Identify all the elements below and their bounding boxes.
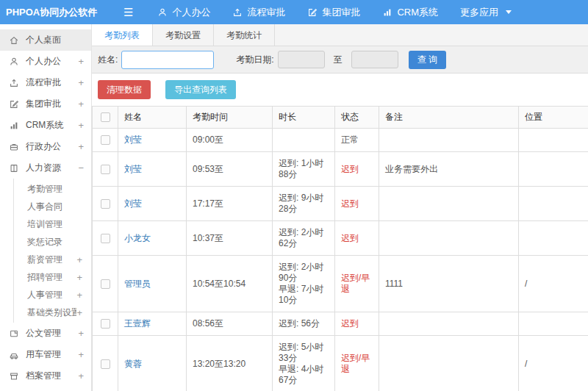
tab-attendance-settings[interactable]: 考勤设置 (153, 24, 214, 46)
row-checkbox[interactable] (101, 165, 110, 174)
caret-down-icon (506, 10, 512, 14)
sidebar-subitem-personnel-management[interactable]: 人事管理+ (14, 286, 91, 304)
sidebar-subitem-label: 薪资管理 (27, 254, 76, 266)
sidebar-item-personal-office[interactable]: 个人办公+ (0, 51, 91, 72)
sidebar-subitem-attendance-management[interactable]: 考勤管理 (14, 180, 91, 198)
sidebar-item-group-approval[interactable]: 集团审批+ (0, 93, 91, 115)
remark-cell (379, 187, 519, 221)
employee-name-link[interactable]: 王壹辉 (124, 318, 151, 329)
tab-bar: 考勤列表考勤设置考勤统计 (92, 24, 588, 46)
sidebar-subitem-base-category-settings[interactable]: 基础类别设置+ (14, 304, 91, 321)
sidebar-subitem-recruitment-management[interactable]: 招聘管理+ (14, 268, 91, 286)
expand-toggle-icon[interactable]: + (78, 77, 84, 88)
query-button[interactable]: 查 询 (409, 51, 446, 69)
date-to-input[interactable] (351, 51, 398, 68)
sidebar-item-admin-office[interactable]: 行政办公+ (0, 136, 91, 157)
table-row: 黄蓉13:20至13:20迟到: 5小时33分早退: 4小时67分迟到/早退/ (93, 336, 588, 391)
expand-toggle-icon[interactable]: + (78, 370, 84, 381)
expand-toggle-icon[interactable]: + (76, 290, 82, 301)
attendance-time-cell: 09:00至 (187, 129, 273, 152)
expand-toggle-icon[interactable]: + (76, 272, 82, 283)
expand-toggle-icon[interactable]: + (76, 307, 82, 318)
duration-cell: 迟到: 5小时33分早退: 4小时67分 (273, 336, 335, 391)
expand-toggle-icon[interactable]: − (78, 162, 84, 173)
attendance-time-cell: 08:56至 (187, 312, 273, 336)
sidebar-subitem-reward-punishment[interactable]: 奖惩记录 (14, 233, 91, 251)
row-checkbox[interactable] (101, 199, 110, 209)
sidebar-subitem-label: 基础类别设置 (27, 306, 76, 319)
remark-cell: 业务需要外出 (379, 152, 519, 187)
employee-name-link[interactable]: 刘莹 (124, 164, 142, 174)
duration-cell: 迟到: 2小时90分早退: 7小时10分 (273, 256, 335, 312)
location-cell (519, 312, 588, 336)
row-checkbox[interactable] (101, 279, 110, 289)
sidebar-item-workflow-approval[interactable]: 流程审批+ (0, 72, 91, 93)
nav-item-group-approval[interactable]: 集团审批 (296, 0, 371, 24)
sidebar-item-project-management[interactable]: 项目管理+ (0, 387, 91, 391)
expand-toggle-icon[interactable]: + (76, 254, 82, 265)
menu-toggle-icon[interactable]: ☰ (123, 7, 133, 18)
location-cell (519, 129, 588, 152)
employee-name-link[interactable]: 黄蓉 (124, 359, 142, 369)
column-header: 位置 (519, 107, 588, 129)
expand-toggle-icon[interactable]: + (78, 328, 84, 339)
nav-item-crm-system[interactable]: CRM系统 (371, 0, 449, 24)
date-from-input[interactable] (278, 51, 325, 68)
expand-toggle-icon[interactable]: + (78, 349, 84, 360)
remark-cell (379, 336, 519, 391)
row-checkbox[interactable] (101, 234, 110, 243)
user-icon (9, 57, 19, 67)
export-list-button[interactable]: 导出查询列表 (165, 80, 236, 99)
attendance-time-cell: 10:37至 (187, 221, 273, 256)
sidebar-subitem-hr-contract[interactable]: 人事合同 (14, 198, 91, 215)
status-cell: 迟到 (335, 312, 379, 336)
row-checkbox[interactable] (101, 135, 110, 145)
home-icon (9, 35, 19, 46)
status-cell: 正常 (335, 129, 379, 152)
sidebar-item-archive-management[interactable]: 档案管理+ (0, 365, 91, 387)
expand-toggle-icon[interactable]: + (78, 120, 84, 131)
nav-item-label: 更多应用 (460, 6, 498, 19)
sidebar-subitem-label: 招聘管理 (27, 271, 76, 284)
table-header-row: 姓名考勤时间时长状态备注位置 (93, 107, 588, 129)
sidebar-subitem-label: 培训管理 (27, 218, 82, 231)
tab-attendance-list[interactable]: 考勤列表 (92, 24, 153, 46)
employee-name-link[interactable]: 小龙女 (124, 233, 151, 243)
sidebar-item-crm-system[interactable]: CRM系统+ (0, 115, 91, 136)
tab-attendance-statistics[interactable]: 考勤统计 (214, 24, 275, 46)
expand-toggle-icon[interactable]: + (78, 98, 84, 110)
sidebar-item-vehicle-management[interactable]: 用车管理+ (0, 344, 91, 365)
attendance-table: 姓名考勤时间时长状态备注位置 刘莹09:00至正常刘莹09:53至迟到: 1小时… (92, 106, 588, 391)
nav-item-label: 流程审批 (247, 6, 285, 19)
sidebar-item-label: 档案管理 (26, 370, 78, 382)
briefcase-icon (9, 142, 19, 152)
duration-cell: 迟到: 9小时28分 (273, 187, 335, 221)
sidebar-item-document-management[interactable]: 公文管理+ (0, 323, 91, 344)
row-checkbox[interactable] (101, 359, 110, 369)
status-cell: 迟到 (335, 187, 379, 221)
nav-item-personal-office[interactable]: 个人办公 (146, 0, 221, 24)
sidebar-submenu: 考勤管理人事合同培训管理奖惩记录薪资管理+招聘管理+人事管理+基础类别设置+ (13, 179, 91, 323)
clean-data-button[interactable]: 清理数据 (98, 80, 151, 99)
attendance-time-cell: 13:20至13:20 (187, 336, 273, 391)
nav-item-workflow-approval[interactable]: 流程审批 (221, 0, 296, 24)
employee-name-link[interactable]: 刘莹 (124, 198, 142, 209)
table-row: 小龙女10:37至迟到: 2小时62分迟到 (93, 221, 588, 256)
sidebar-item-label: 用车管理 (26, 348, 78, 361)
sidebar-subitem-salary-management[interactable]: 薪资管理+ (14, 251, 91, 268)
name-input[interactable] (121, 51, 214, 69)
sidebar-item-personal-desktop[interactable]: 个人桌面 (0, 29, 91, 51)
sidebar-subitem-training-management[interactable]: 培训管理 (14, 215, 91, 233)
sidebar-subitem-label: 考勤管理 (27, 183, 82, 196)
nav-item-more-apps[interactable]: 更多应用 (449, 0, 523, 24)
employee-name-link[interactable]: 刘莹 (124, 134, 142, 145)
expand-toggle-icon[interactable]: + (78, 141, 84, 152)
sidebar-item-label: 个人办公 (26, 55, 78, 68)
row-checkbox[interactable] (101, 319, 110, 329)
edit-icon (9, 99, 19, 110)
expand-toggle-icon[interactable]: + (78, 56, 84, 67)
employee-name-link[interactable]: 管理员 (124, 279, 151, 289)
search-panel: 姓名: 考勤日期: 至 查 询 (92, 46, 588, 73)
sidebar-item-human-resources[interactable]: 人力资源− (0, 157, 91, 179)
select-all-checkbox[interactable] (101, 112, 110, 122)
